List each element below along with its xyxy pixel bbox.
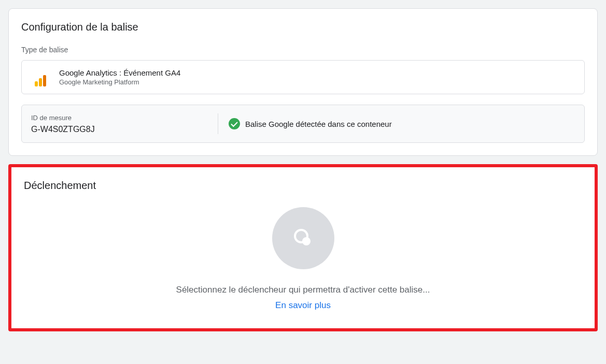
measurement-row: ID de mesure G-W4S0ZTGG8J Balise Google … [21, 105, 585, 143]
measurement-left: ID de mesure G-W4S0ZTGG8J [31, 114, 218, 134]
trigger-empty-text: Sélectionnez le déclencheur qui permettr… [176, 285, 430, 295]
tag-type-label: Type de balise [21, 46, 585, 54]
svg-point-1 [302, 237, 311, 245]
trigger-card: Déclenchement Sélectionnez le déclencheu… [8, 164, 598, 331]
measurement-id-label: ID de mesure [31, 114, 207, 122]
trigger-empty-state[interactable]: Sélectionnez le déclencheur qui permettr… [24, 192, 582, 316]
learn-more-link[interactable]: En savoir plus [275, 300, 331, 311]
trigger-title: Déclenchement [24, 180, 582, 192]
tag-type-selector[interactable]: Google Analytics : Événement GA4 Google … [21, 60, 585, 94]
divider [218, 113, 218, 134]
measurement-status: Balise Google détectée dans ce conteneur [229, 118, 392, 129]
analytics-icon [31, 68, 50, 86]
config-title: Configuration de la balise [21, 21, 585, 33]
tag-type-text: Google Analytics : Événement GA4 Google … [59, 68, 180, 86]
measurement-id-value: G-W4S0ZTGG8J [31, 125, 207, 134]
tag-type-platform: Google Marketing Platform [59, 78, 180, 86]
tag-config-card: Configuration de la balise Type de balis… [8, 8, 598, 156]
checkmark-icon [229, 118, 240, 129]
tag-type-name: Google Analytics : Événement GA4 [59, 68, 180, 77]
trigger-empty-icon [272, 207, 334, 269]
status-text: Balise Google détectée dans ce conteneur [245, 120, 392, 128]
